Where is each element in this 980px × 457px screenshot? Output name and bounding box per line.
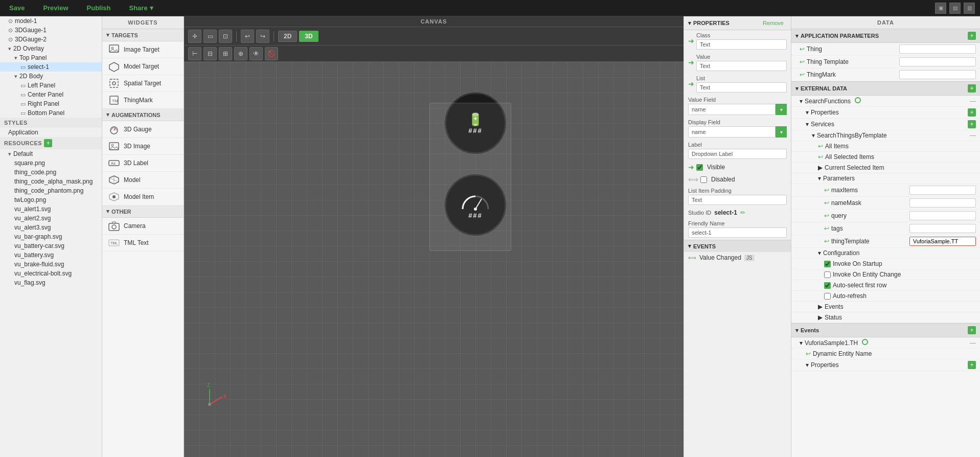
publish-button[interactable]: Publish [83, 2, 115, 14]
tree-item-body[interactable]: ▾ 2D Body [0, 72, 102, 81]
file-vu-alert2[interactable]: vu_alert2.svg [0, 214, 102, 223]
tree-item-gauge2[interactable]: ⊙ 3DGauge-2 [0, 35, 102, 44]
thingmark-input[interactable] [899, 70, 976, 79]
vuforia-sample-row[interactable]: ▾ VuforiaSample1.TH — [791, 337, 980, 349]
widget-3d-image[interactable]: 3D Image [102, 138, 184, 155]
file-square-png[interactable]: square.png [0, 158, 102, 168]
file-vu-battery-car[interactable]: vu_battery-car.svg [0, 241, 102, 250]
vs-remove-button[interactable]: — [970, 339, 976, 347]
all-items-row[interactable]: ↩ All Items [791, 141, 980, 152]
external-data-header[interactable]: ▾ EXTERNAL DATA + [791, 81, 980, 96]
layout-icon-2[interactable]: ▤ [949, 3, 961, 14]
tree-item-left-panel[interactable]: ▭ Left Panel [0, 81, 102, 90]
align-center-button[interactable]: ⊟ [203, 47, 217, 60]
add-event-button[interactable]: + [968, 326, 976, 334]
redo-button[interactable]: ↪ [256, 30, 269, 43]
lip-input[interactable] [688, 195, 787, 205]
remove-button[interactable]: Remove [760, 19, 787, 27]
widget-model[interactable]: Model [102, 172, 184, 189]
name-mask-input[interactable] [909, 198, 976, 208]
query-input[interactable] [909, 211, 976, 220]
targets-section-header[interactable]: ▾ TARGETS [102, 29, 184, 41]
eye-button[interactable]: 👁 [249, 47, 263, 60]
tree-item-center-panel[interactable]: ▭ Center Panel [0, 90, 102, 99]
list-input[interactable] [696, 82, 787, 93]
save-button[interactable]: Save [5, 2, 29, 14]
invoke-startup-checkbox[interactable] [824, 261, 831, 267]
tree-item-right-panel[interactable]: ▭ Right Panel [0, 99, 102, 108]
label-input[interactable] [688, 149, 787, 159]
tree-item-default[interactable]: ▾ Default [0, 149, 102, 158]
add-external-data-button[interactable]: + [968, 84, 976, 93]
value-field-dropdown-button[interactable]: ▾ [776, 104, 787, 115]
add-properties-button[interactable]: + [968, 108, 976, 117]
parameters-row[interactable]: ▾ Parameters [791, 173, 980, 184]
file-vu-battery[interactable]: vu_battery.svg [0, 250, 102, 260]
file-vu-alert1[interactable]: vu_alert1.svg [0, 204, 102, 214]
file-thing-code-alpha[interactable]: thing_code_alpha_mask.png [0, 177, 102, 186]
display-field-dropdown-button[interactable]: ▾ [776, 126, 787, 138]
tree-item-gauge1[interactable]: ⊙ 3DGauge-1 [0, 26, 102, 35]
services-row[interactable]: ▾ Services + [791, 119, 980, 130]
search-functions-row[interactable]: ▾ SearchFunctions — [791, 96, 980, 107]
thing-input[interactable] [899, 44, 976, 54]
tags-input[interactable] [909, 224, 976, 233]
add-properties2-button[interactable]: + [968, 361, 976, 369]
tree-item-overlay[interactable]: ▾ 2D Overlay [0, 44, 102, 53]
crop-tool-button[interactable]: ⊡ [219, 30, 232, 43]
file-vu-electrical-bolt[interactable]: vu_electrical-bolt.svg [0, 269, 102, 278]
value-input[interactable] [696, 61, 787, 71]
other-section-header[interactable]: ▾ OTHER [102, 205, 184, 218]
widget-camera[interactable]: Camera [102, 218, 184, 235]
undo-button[interactable]: ↩ [241, 30, 254, 43]
dynamic-entity-row[interactable]: ↩ Dynamic Entity Name [791, 349, 980, 359]
widget-thingmark[interactable]: TM ThingMark [102, 92, 184, 109]
search-things-row[interactable]: ▾ SearchThingsByTemplate — [791, 130, 980, 141]
thing-template-param-input[interactable] [909, 237, 976, 246]
edit-icon[interactable]: ✏ [740, 209, 745, 216]
events-header[interactable]: ▾ EVENTS [684, 240, 791, 252]
properties2-row[interactable]: ▾ Properties + [791, 359, 980, 371]
layout-icon-3[interactable]: ▥ [964, 3, 975, 14]
max-items-row[interactable]: ↩ maxItems [791, 184, 980, 197]
widget-3d-label[interactable]: Aa 3D Label [102, 155, 184, 172]
widget-3d-gauge[interactable]: 3D Gauge [102, 121, 184, 138]
file-vu-alert3[interactable]: vu_alert3.svg [0, 223, 102, 232]
invoke-entity-change-checkbox[interactable] [824, 271, 831, 278]
file-vu-bar-graph[interactable]: vu_bar-graph.svg [0, 232, 102, 241]
all-selected-items-row[interactable]: ↩ All Selected Items [791, 152, 980, 163]
tree-item-select1[interactable]: ▭ select-1 [0, 62, 102, 72]
file-thing-code-png[interactable]: thing_code.png [0, 168, 102, 177]
align-left-button[interactable]: ⊢ [188, 47, 201, 60]
zoom-fit-button[interactable]: ⊞ [219, 47, 232, 60]
widget-tml-text[interactable]: TML TML Text [102, 235, 184, 252]
eye-off-button[interactable]: 🚫 [265, 47, 278, 60]
canvas-main[interactable]: 🔋 ### ### [184, 62, 683, 457]
widget-model-target[interactable]: Model Target [102, 58, 184, 75]
file-twlogo[interactable]: twLogo.png [0, 195, 102, 204]
value-field-input[interactable] [688, 104, 776, 115]
tree-item-top-panel[interactable]: ▾ Top Panel [0, 53, 102, 62]
file-vu-brake-fluid[interactable]: vu_brake-fluid.svg [0, 260, 102, 269]
widget-model-item[interactable]: Model Item [102, 189, 184, 205]
auto-select-checkbox[interactable] [824, 282, 831, 289]
mode-2d-button[interactable]: 2D [278, 31, 297, 42]
thing-template-row[interactable]: ↩ Thing Template [791, 56, 980, 68]
tree-item-bottom-panel[interactable]: ▭ Bottom Panel [0, 108, 102, 118]
tree-item-application[interactable]: Application [0, 128, 102, 137]
add-resource-button[interactable]: + [44, 139, 52, 147]
events2-header[interactable]: ▾ Events + [791, 323, 980, 337]
name-mask-row[interactable]: ↩ nameMask [791, 197, 980, 210]
file-thing-code-phantom[interactable]: thing_code_phantom.png [0, 186, 102, 195]
configuration-row[interactable]: ▾ Configuration [791, 248, 980, 259]
query-row[interactable]: ↩ query [791, 210, 980, 222]
auto-refresh-checkbox[interactable] [824, 293, 831, 300]
thing-template-input[interactable] [899, 57, 976, 66]
max-items-input[interactable] [909, 186, 976, 195]
display-field-input[interactable] [688, 126, 776, 138]
current-selected-item-row[interactable]: ▶ Current Selected Item [791, 163, 980, 173]
sbt-remove-button[interactable]: — [970, 132, 976, 139]
thing-template-param-row[interactable]: ↩ thingTemplate [791, 235, 980, 248]
disabled-checkbox[interactable] [700, 176, 707, 183]
rect-tool-button[interactable]: ▭ [203, 30, 217, 43]
